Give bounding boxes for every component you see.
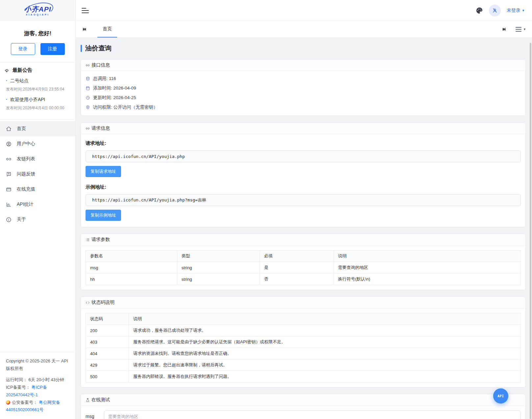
chart-icon <box>6 202 12 207</box>
column-header: 状态码 <box>86 313 129 325</box>
page-title-row: 油价查询 <box>81 44 526 53</box>
feedback-icon <box>6 171 12 177</box>
topbar: 未登录 ▼ <box>76 0 532 21</box>
announcement-item[interactable]: 欢迎使用小齐API 发布时间:2026年4月4日 00:00:00 <box>5 97 71 111</box>
table-row: 500 服务器内部错误。服务器在执行请求时遇到了问题。 <box>86 371 521 382</box>
request-params-card: 请求参数 参数名 类型 必填 说明 <box>81 234 526 290</box>
sidebar-item-recharge[interactable]: 在线充值 <box>0 182 75 197</box>
divider <box>0 119 75 120</box>
info-icon <box>6 217 12 223</box>
column-header: 说明 <box>334 250 520 262</box>
avatar[interactable] <box>489 5 501 16</box>
status-description: 服务器拒绝请求。这可能是由于缺少必要的认证凭据（如API密钥）或权限不足。 <box>129 336 521 348</box>
link-icon <box>86 63 90 67</box>
sidebar-item-about[interactable]: 关于 <box>0 212 75 227</box>
uptime-text: 运行时间： 6天 20小时 43分钟 <box>6 376 69 384</box>
added-date-text: 添加时间: 2026-04-09 <box>93 85 136 91</box>
sidebar-item-api-stats[interactable]: API统计 <box>0 197 75 212</box>
status-code: 200 <box>86 325 129 336</box>
scrollbar[interactable] <box>530 43 531 419</box>
status-description: 请求的资源未找到。请检查您的请求地址是否正确。 <box>129 348 521 359</box>
total-calls-item: 总调用: 116 <box>86 76 521 82</box>
database-icon <box>86 76 90 81</box>
login-status-dropdown[interactable]: 未登录 ▼ <box>507 8 525 13</box>
param-name: hh <box>86 274 177 285</box>
login-button[interactable]: 登录 <box>11 43 35 55</box>
sidebar: 小齐API XIAOQIAPI 游客, 您好! 登录 注册 最新公告 二号站点 … <box>0 0 76 419</box>
tab-home[interactable]: 首页 <box>97 21 117 38</box>
sidebar-item-label: 首页 <box>17 126 26 132</box>
status-description: 请求过于频繁。您已超出速率限制，请稍后再试。 <box>129 359 521 371</box>
content-column: 未登录 ▼ 首页 ▼ <box>76 0 532 419</box>
test-field-row: msg <box>86 410 521 419</box>
card-title: 请求参数 <box>91 237 110 243</box>
request-url-label: 请求地址: <box>86 140 521 146</box>
status-code: 429 <box>86 359 129 371</box>
shield-icon <box>86 105 90 110</box>
clock-icon <box>86 95 90 100</box>
column-header: 说明 <box>129 313 521 325</box>
copy-request-url-button[interactable]: 复制请求地址 <box>86 166 121 177</box>
api-info-card: 接口信息 总调用: 116 添加时间: 2026-04-09 更新时间: 202… <box>81 59 526 116</box>
sidebar-item-user-center[interactable]: 用户中心 <box>0 136 75 151</box>
param-type: string <box>177 262 260 274</box>
guest-greeting: 游客, 您好! <box>0 30 75 37</box>
status-code: 403 <box>86 336 129 348</box>
announcement-item[interactable]: 二号站点 发布时间:2026年4月9日 23:55:04 <box>5 78 71 92</box>
sidebar-nav: 首页 用户中心 友链列表 问题反馈 在线充值 API统计 <box>0 121 75 227</box>
status-description: 请求成功，服务器已成功处理了请求。 <box>129 325 521 336</box>
msg-field[interactable] <box>104 410 521 419</box>
example-url-input[interactable] <box>86 194 521 206</box>
theme-palette-icon[interactable] <box>476 7 483 14</box>
sidebar-item-label: 问题反馈 <box>17 171 35 177</box>
page-title: 油价查询 <box>85 44 112 53</box>
card-icon <box>6 187 12 192</box>
table-row: hh string 否 换行符号(默认\n) <box>86 274 521 285</box>
total-calls-text: 总调用: 116 <box>93 76 116 82</box>
param-required: 是 <box>260 262 334 274</box>
param-description: 换行符号(默认\n) <box>334 274 520 285</box>
flask-icon <box>86 398 90 402</box>
announcement-time: 发布时间:2026年4月4日 00:00:00 <box>6 105 71 111</box>
announcements-title: 最新公告 <box>13 67 32 73</box>
sidebar-item-friend-links[interactable]: 友链列表 <box>0 151 75 167</box>
status-description: 服务器内部错误。服务器在执行请求时遇到了问题。 <box>129 371 521 382</box>
card-title: 在线测试 <box>91 397 110 403</box>
tabs-scroll-right-icon[interactable] <box>502 27 507 32</box>
updated-date-item: 更新时间: 2026-04-25 <box>86 95 521 101</box>
request-info-card: 请求信息 请求地址: 复制请求地址 示例地址: 复制示例地址 <box>81 122 526 227</box>
home-icon <box>6 126 12 132</box>
copy-example-url-button[interactable]: 复制示例地址 <box>86 210 121 221</box>
param-name: msg <box>86 262 177 274</box>
access-permission-item: 访问权限: 公开访问（无需密钥） <box>86 104 521 110</box>
status-codes-card: 状态码说明 状态码 说明 200 请求成功，服 <box>81 297 526 387</box>
tabbar: 首页 ▼ <box>76 21 532 38</box>
column-header: 必填 <box>260 250 334 262</box>
column-header: 类型 <box>177 250 260 262</box>
param-required: 否 <box>260 274 334 285</box>
sidebar-item-home[interactable]: 首页 <box>0 121 75 136</box>
updated-date-text: 更新时间: 2026-04-25 <box>93 95 136 101</box>
announcement-time: 发布时间:2026年4月9日 23:55:04 <box>6 87 71 92</box>
table-row: 404 请求的资源未找到。请检查您的请求地址是否正确。 <box>86 348 521 359</box>
status-code: 404 <box>86 348 129 359</box>
example-url-label: 示例地址: <box>86 184 521 190</box>
param-type: string <box>177 274 260 285</box>
title-accent-bar <box>81 45 82 52</box>
card-title: 状态码说明 <box>91 300 114 305</box>
register-button[interactable]: 注册 <box>40 43 65 55</box>
param-description: 需要查询的地区 <box>334 262 520 274</box>
sidebar-collapse-icon[interactable] <box>82 8 89 13</box>
table-header-row: 参数名 类型 必填 说明 <box>86 250 521 262</box>
brand-logo[interactable]: 小齐API XIAOQIAPI <box>0 0 75 21</box>
request-url-input[interactable] <box>86 150 521 162</box>
online-test-card: 在线测试 msg hh <box>81 394 526 419</box>
added-date-item: 添加时间: 2026-04-09 <box>86 85 521 91</box>
card-title: 请求信息 <box>91 125 110 131</box>
tabs-menu-dropdown[interactable]: ▼ <box>516 27 526 32</box>
sidebar-item-feedback[interactable]: 问题反馈 <box>0 167 75 182</box>
api-floating-button[interactable]: API <box>493 388 508 404</box>
tabs-scroll-left-icon[interactable] <box>82 27 87 32</box>
sidebar-item-label: 关于 <box>17 217 26 223</box>
chevron-down-icon: ▼ <box>523 28 526 31</box>
